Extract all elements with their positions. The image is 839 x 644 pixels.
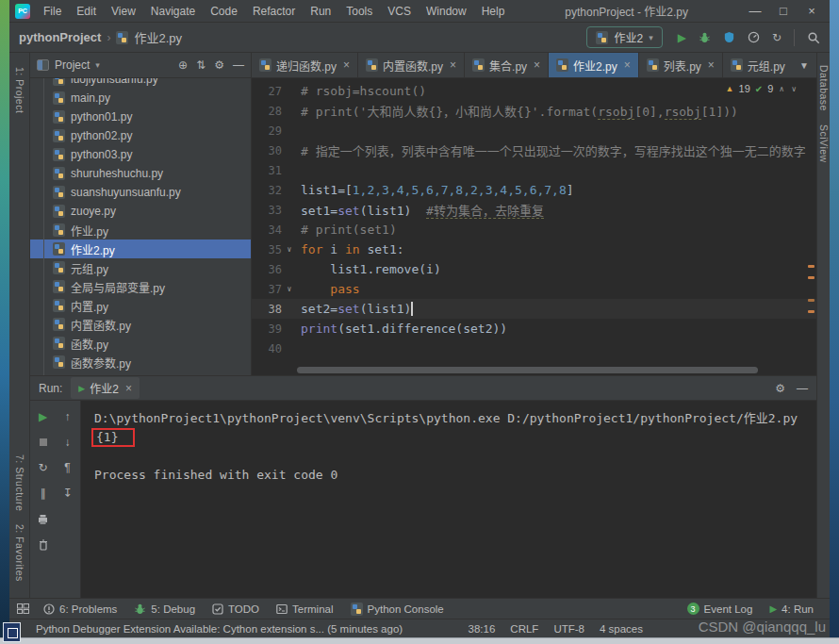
terminal-icon[interactable] <box>276 603 288 615</box>
status-tool-button[interactable]: Python Console <box>342 603 452 616</box>
code-line[interactable]: 36 list1.remove(i) <box>252 259 816 279</box>
taskbar-icon[interactable] <box>3 622 21 642</box>
settings-icon[interactable]: ⚙ <box>214 58 224 72</box>
editor-tab[interactable]: 作业2.py× <box>549 53 639 77</box>
updates-icon[interactable]: ↻ <box>772 31 781 44</box>
tool-stripe-project[interactable]: 1: Project <box>14 67 25 113</box>
line-separator[interactable]: CRLF <box>510 623 538 635</box>
pause-output-icon[interactable]: ∥ <box>35 485 52 502</box>
status-tool-button[interactable]: 6: Problems <box>35 603 125 616</box>
code-line[interactable]: 30# 指定一个列表，列表中含有唯一一个只出现过一次的数字，写程序找出这个独一无… <box>252 140 816 160</box>
breadcrumb-project[interactable]: pythonProject <box>19 30 101 44</box>
todo-icon[interactable] <box>212 603 223 615</box>
tab-list-chevron-icon[interactable]: ▼ <box>792 53 816 77</box>
line-number[interactable]: 38 <box>252 303 282 316</box>
editor-tab[interactable]: 内置函数.py× <box>358 53 465 77</box>
menu-view[interactable]: View <box>104 5 143 18</box>
project-tree-item[interactable]: shuruheshuchu.py <box>30 164 251 183</box>
stop-icon[interactable] <box>35 434 52 451</box>
print-icon[interactable] <box>35 510 52 527</box>
code-line[interactable]: 40 <box>252 339 816 358</box>
coverage-icon[interactable] <box>723 31 735 43</box>
run-tool-icon[interactable]: ▶ <box>769 603 777 614</box>
tool-window-switcher-icon[interactable] <box>17 603 29 614</box>
menu-navigate[interactable]: Navigate <box>143 5 203 18</box>
menu-help[interactable]: Help <box>474 5 513 18</box>
status-tool-button[interactable]: 5: Debug <box>125 603 204 616</box>
code-line[interactable]: 37∨ pass <box>252 279 816 299</box>
editor-tab[interactable]: 集合.py× <box>465 53 549 77</box>
line-number[interactable]: 33 <box>252 204 282 217</box>
error-stripe-mark[interactable] <box>808 265 814 268</box>
breadcrumb-file[interactable]: 作业2.py <box>134 28 182 46</box>
line-number[interactable]: 39 <box>252 322 282 336</box>
project-tree-item[interactable]: 内置.py <box>30 296 251 315</box>
chevron-down-icon[interactable]: ▾ <box>95 60 100 70</box>
project-tree-item[interactable]: 全局与局部变量.py <box>30 277 251 296</box>
run-icon[interactable]: ▶ <box>678 31 686 44</box>
editor-tab[interactable]: 元组.py× <box>723 53 792 77</box>
python-console-icon[interactable] <box>351 603 363 616</box>
softwrap-icon[interactable]: ¶ <box>59 459 76 476</box>
menu-vcs[interactable]: VCS <box>380 5 419 18</box>
debug-icon[interactable] <box>699 31 711 43</box>
project-tree-item[interactable]: zuoye.py <box>30 202 251 221</box>
project-tree-item[interactable]: python02.py <box>30 126 251 145</box>
code-line[interactable]: 31 <box>252 160 816 180</box>
code-editor[interactable]: 27# rsobj=hscount()28# print('大和尚人数{}，小和… <box>252 78 816 375</box>
status-tool-button[interactable]: TODO <box>204 603 268 616</box>
error-stripe-mark[interactable] <box>808 299 814 302</box>
code-line[interactable]: 38set2=set(list1) <box>252 299 816 319</box>
file-encoding[interactable]: UTF-8 <box>553 623 584 635</box>
line-number[interactable]: 31 <box>252 164 282 177</box>
tool-stripe-button[interactable]: 2: Favorites <box>14 524 25 582</box>
line-number[interactable]: 34 <box>252 223 282 237</box>
problems-icon[interactable] <box>43 603 55 615</box>
tool-stripe-button[interactable]: Database <box>818 65 830 111</box>
project-tree-item[interactable]: 函数.py <box>30 334 251 353</box>
code-line[interactable]: 39print(set1.difference(set2)) <box>252 319 816 339</box>
code-line[interactable]: 32list1=[1,2,3,4,5,6,7,8,2,3,4,5,6,7,8] <box>252 180 816 200</box>
line-number[interactable]: 30 <box>252 144 282 157</box>
hide-icon[interactable]: — <box>233 58 244 72</box>
profiler-icon[interactable] <box>748 31 760 43</box>
fold-icon[interactable]: ∨ <box>282 285 297 293</box>
menu-code[interactable]: Code <box>203 5 245 18</box>
menu-tools[interactable]: Tools <box>338 5 380 18</box>
indent-style[interactable]: 4 spaces <box>600 623 643 635</box>
rerun-icon[interactable]: ▶ <box>35 408 52 425</box>
status-tool-button[interactable]: Terminal <box>268 603 341 616</box>
line-number[interactable]: 28 <box>252 105 282 118</box>
close-icon[interactable]: × <box>343 58 350 72</box>
line-number[interactable]: 29 <box>252 124 282 138</box>
close-button[interactable]: × <box>798 4 826 18</box>
line-number[interactable]: 32 <box>252 184 282 197</box>
caret-position[interactable]: 38:16 <box>469 623 496 635</box>
close-icon[interactable]: × <box>624 58 631 72</box>
menu-file[interactable]: File <box>36 5 69 18</box>
inspections-widget[interactable]: ▲ 19 ✔ 9 ∧ ∨ <box>722 82 801 95</box>
tool-stripe-button[interactable]: SciView <box>818 124 830 163</box>
project-tree-item[interactable]: python01.py <box>30 107 251 126</box>
status-tool-button[interactable]: 3Event Log <box>679 603 762 615</box>
code-line[interactable]: 28# print('大和尚人数{}，小和尚人数{}'.format(rsobj… <box>252 101 816 121</box>
fold-icon[interactable]: ∨ <box>282 245 297 254</box>
editor-tab[interactable]: 递归函数.py× <box>252 53 358 77</box>
project-tree-item[interactable]: 元组.py <box>30 258 251 277</box>
line-number[interactable]: 27 <box>252 85 282 98</box>
line-number[interactable]: 36 <box>252 263 282 276</box>
run-console[interactable]: D:\pythonProject1\pythonProject\venv\Scr… <box>81 401 816 598</box>
project-tree-item[interactable]: 作业.py <box>30 221 251 239</box>
project-header-label[interactable]: Project <box>55 58 90 72</box>
code-line[interactable]: 35∨for i in set1: <box>252 239 816 259</box>
locate-icon[interactable]: ⊕ <box>178 58 188 72</box>
project-tree-item[interactable]: luojiyunsuanfu.py <box>30 78 251 89</box>
minimize-button[interactable]: — <box>741 4 769 18</box>
search-icon[interactable] <box>807 31 820 44</box>
down-arrow-icon[interactable]: ↓ <box>59 434 76 451</box>
restore-layout-icon[interactable]: ↻ <box>35 459 52 476</box>
settings-icon[interactable]: ⚙ <box>775 382 785 395</box>
code-line[interactable]: 33set1=set(list1) #转为集合，去除重复 <box>252 200 816 220</box>
close-icon[interactable]: × <box>125 382 132 395</box>
project-tree-item[interactable]: 作业2.py <box>30 239 251 258</box>
